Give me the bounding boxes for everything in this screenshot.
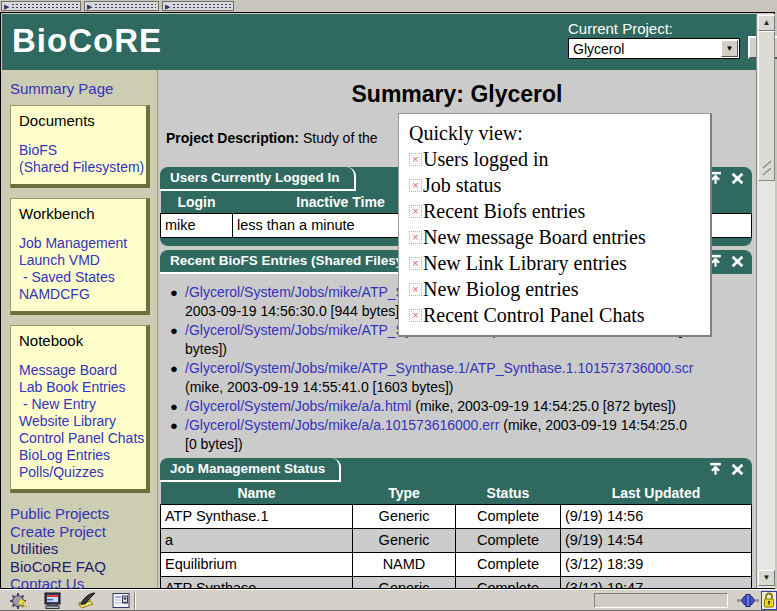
scroll-down-icon[interactable]: ▼	[758, 570, 775, 586]
bullet-icon: ●	[170, 359, 178, 378]
quickly-view-popup: Quickly view: ×Users logged in ×Job stat…	[398, 113, 712, 337]
scrollbar-thumb[interactable]	[758, 31, 775, 181]
job-section-title: Job Management Status	[160, 458, 341, 482]
sidebar-item-new-entry[interactable]: - New Entry	[19, 396, 140, 413]
lock-icon[interactable]	[761, 591, 777, 610]
triangle-icon: ▶	[87, 3, 92, 10]
project-description-label: Project Description:	[166, 130, 299, 146]
page-title: Summary: Glycerol	[158, 81, 756, 108]
shaded-window-tab-1[interactable]: ▶	[1, 1, 81, 11]
sidebar-item-utilities[interactable]: Utilities	[10, 540, 157, 558]
monitor-icon[interactable]	[42, 591, 64, 610]
biofs-file-meta: (mike, 2003-09-19 14:54:25.0 [872 bytes]…	[411, 398, 676, 414]
taskbar-status-field[interactable]	[594, 593, 728, 608]
popup-item-control-panel-chats[interactable]: ×Recent Control Panel Chats	[409, 302, 702, 328]
project-select[interactable]: Glycerol ▼	[568, 38, 740, 59]
table-row: a Generic Complete (9/19) 14:54	[161, 528, 752, 552]
sidebar-item-message-board[interactable]: Message Board	[19, 362, 140, 379]
popup-item-recent-biofs[interactable]: ×Recent Biofs entries	[409, 198, 702, 224]
scroll-up-icon[interactable]: ▲	[758, 15, 775, 31]
job-name-cell: ATP Synthase	[161, 576, 353, 588]
sidebar-item-polls-quizzes[interactable]: Polls/Quizzes	[19, 464, 140, 481]
sidebar-item-biolog-entries[interactable]: BioLog Entries	[19, 447, 140, 464]
biofs-file-meta: (mike, 2003-09-19 14:54:25.0	[499, 417, 687, 433]
plug-connection-icon[interactable]	[736, 591, 760, 610]
sidebar-item-job-management[interactable]: Job Management	[19, 235, 140, 252]
documents-box-title: Documents	[19, 112, 140, 129]
popup-item-link-library[interactable]: ×New Link Library entries	[409, 250, 702, 276]
popup-item-message-board[interactable]: ×New message Board entries	[409, 224, 702, 250]
biofs-file-meta: [0 bytes])	[185, 436, 243, 452]
collapse-icon[interactable]	[708, 462, 723, 477]
popup-item-label: Job status	[423, 172, 501, 198]
sidebar-item-public-projects[interactable]: Public Projects	[10, 505, 157, 523]
biofs-file-meta: (mike, 2003-09-19 14:55:41.0 [1603 bytes…	[185, 379, 454, 395]
bullet-icon: ●	[170, 416, 178, 435]
job-col-type: Type	[353, 482, 456, 504]
sidebar-item-lab-book-entries[interactable]: Lab Book Entries	[19, 379, 140, 396]
scrollbar-grip-icon	[762, 160, 773, 176]
triangle-icon: ▶	[165, 3, 170, 10]
broken-image-icon: ×	[409, 153, 422, 166]
bullet-icon: ●	[170, 321, 178, 340]
popup-item-job-status[interactable]: ×Job status	[409, 172, 702, 198]
biofs-file-link[interactable]: /Glycerol/System/Jobs/mike/ATP_Synthase.…	[185, 360, 693, 376]
popup-item-label: New message Board entries	[423, 224, 646, 250]
sidebar-item-biofs[interactable]: BioFS	[19, 142, 140, 159]
table-row: Equilibrium NAMD Complete (3/12) 18:39	[161, 552, 752, 576]
shaded-window-tab-2[interactable]: ▶	[84, 1, 159, 11]
page-header: BioCoRE Current Project: Glycerol ▼ Go	[2, 14, 756, 70]
taskbar-separator	[134, 591, 136, 610]
bullet-icon: ●	[170, 283, 178, 302]
job-col-last-updated: Last Updated	[561, 482, 752, 504]
list-item: ●/Glycerol/System/Jobs/mike/a/a.10157361…	[168, 416, 743, 454]
close-icon[interactable]	[730, 171, 745, 186]
shaded-titlebar-pattern	[94, 3, 156, 9]
sidebar-item-launch-vmd[interactable]: Launch VMD	[19, 252, 140, 269]
address-book-icon[interactable]	[110, 591, 132, 610]
vertical-scrollbar[interactable]: ▲ ▼	[756, 14, 775, 588]
popup-title: Quickly view:	[409, 120, 702, 146]
job-updated-cell: (3/12) 18:39	[561, 552, 752, 576]
close-icon[interactable]	[730, 254, 745, 269]
edit-quill-icon[interactable]	[76, 591, 98, 610]
biocore-logo: BioCoRE	[12, 22, 162, 60]
sidebar-nav-links: Public Projects Create Project Utilities…	[10, 505, 157, 593]
job-section-header: Job Management Status	[160, 458, 752, 482]
popup-item-label: New Link Library entries	[423, 250, 627, 276]
project-description: Project Description: Study of the	[166, 130, 378, 146]
biofs-file-link[interactable]: /Glycerol/System/Jobs/mike/a/a.html	[185, 398, 411, 414]
broken-image-icon: ×	[409, 283, 422, 296]
sidebar-item-create-project[interactable]: Create Project	[10, 523, 157, 541]
bullet-icon: ●	[170, 397, 178, 416]
sidebar-item-summary-page[interactable]: Summary Page	[10, 80, 113, 97]
sidebar-item-biocore-faq[interactable]: BioCoRE FAQ	[10, 558, 157, 576]
list-item: ●/Glycerol/System/Jobs/mike/a/a.html (mi…	[168, 397, 743, 416]
sidebar-item-website-library[interactable]: Website Library	[19, 413, 140, 430]
close-icon[interactable]	[730, 462, 745, 477]
job-name-cell: Equilibrium	[161, 552, 353, 576]
job-status-cell: Complete	[456, 576, 561, 588]
popup-item-label: Users logged in	[423, 146, 549, 172]
popup-item-users-logged-in[interactable]: ×Users logged in	[409, 146, 702, 172]
popup-item-biolog[interactable]: ×New Biolog entries	[409, 276, 702, 302]
biofs-file-meta: 2003-09-19 14:56:30.0 [944 bytes])	[185, 303, 404, 319]
shaded-titlebar-pattern	[172, 3, 231, 9]
chevron-down-icon[interactable]: ▼	[721, 40, 738, 57]
sidebar-item-saved-states[interactable]: - Saved States	[19, 269, 140, 286]
documents-box: Documents BioFS (Shared Filesystem)	[10, 105, 150, 188]
table-row: ATP Synthase.1 Generic Complete (9/19) 1…	[161, 504, 752, 528]
sidebar-item-control-panel-chats[interactable]: Control Panel Chats	[19, 430, 140, 447]
broken-image-icon: ×	[409, 179, 422, 192]
job-status-cell: Complete	[456, 504, 561, 528]
workbench-box-title: Workbench	[19, 205, 140, 222]
project-description-text: Study of the	[299, 130, 378, 146]
sidebar-item-biofs-subtitle[interactable]: (Shared Filesystem)	[19, 159, 140, 176]
biofs-file-link[interactable]: /Glycerol/System/Jobs/mike/a/a.101573616…	[185, 417, 499, 433]
users-section-title: Users Currently Logged In	[160, 167, 356, 191]
popup-item-label: Recent Biofs entries	[423, 198, 585, 224]
table-row: ATP Synthase Generic Complete (3/12) 19:…	[161, 576, 752, 588]
sidebar-item-namdcfg[interactable]: NAMDCFG	[19, 286, 140, 303]
shaded-window-tab-3[interactable]: ▶	[162, 1, 234, 11]
gear-icon[interactable]	[8, 591, 30, 610]
